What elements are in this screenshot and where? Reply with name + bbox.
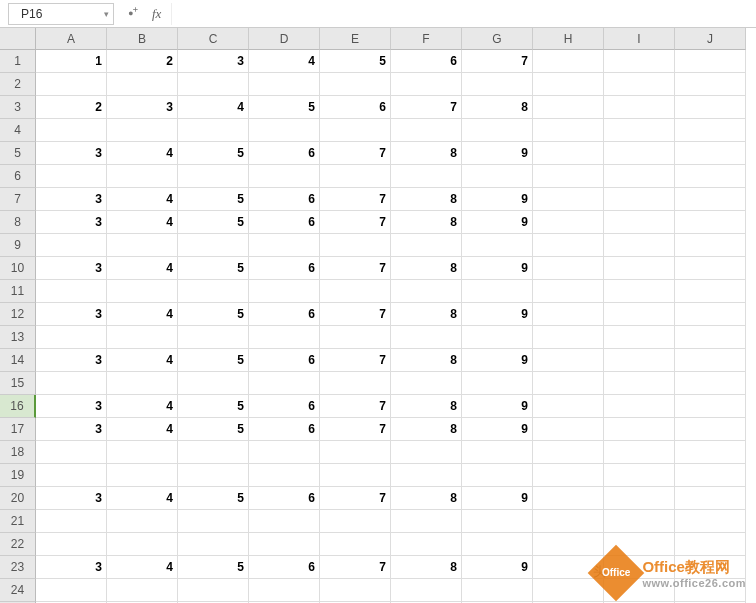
cell[interactable] bbox=[462, 234, 533, 257]
cell[interactable] bbox=[36, 165, 107, 188]
cell[interactable] bbox=[675, 372, 746, 395]
cell[interactable] bbox=[462, 579, 533, 602]
cell[interactable]: 6 bbox=[249, 349, 320, 372]
cell[interactable] bbox=[533, 119, 604, 142]
cell[interactable] bbox=[36, 234, 107, 257]
cell[interactable] bbox=[249, 464, 320, 487]
cell[interactable] bbox=[178, 280, 249, 303]
cell[interactable] bbox=[107, 119, 178, 142]
cell[interactable] bbox=[533, 303, 604, 326]
cell[interactable]: 9 bbox=[462, 142, 533, 165]
row-header[interactable]: 2 bbox=[0, 73, 36, 96]
zoom-icon[interactable]: ⦁⁺ bbox=[124, 5, 142, 22]
cell[interactable]: 7 bbox=[320, 257, 391, 280]
cell[interactable] bbox=[675, 257, 746, 280]
cell[interactable]: 7 bbox=[320, 303, 391, 326]
cell[interactable] bbox=[178, 464, 249, 487]
cell[interactable] bbox=[533, 188, 604, 211]
column-header[interactable]: A bbox=[36, 28, 107, 50]
cell[interactable]: 3 bbox=[36, 211, 107, 234]
cell[interactable] bbox=[675, 142, 746, 165]
cell[interactable] bbox=[675, 211, 746, 234]
cell[interactable] bbox=[675, 418, 746, 441]
cell[interactable] bbox=[391, 579, 462, 602]
cell[interactable]: 7 bbox=[320, 395, 391, 418]
cell[interactable]: 5 bbox=[178, 487, 249, 510]
cell[interactable] bbox=[675, 464, 746, 487]
cell[interactable] bbox=[320, 234, 391, 257]
cell[interactable] bbox=[320, 441, 391, 464]
row-header[interactable]: 12 bbox=[0, 303, 36, 326]
cell[interactable]: 5 bbox=[249, 96, 320, 119]
cell[interactable] bbox=[604, 487, 675, 510]
row-header[interactable]: 22 bbox=[0, 533, 36, 556]
cell[interactable]: 6 bbox=[249, 188, 320, 211]
cell[interactable] bbox=[675, 441, 746, 464]
cell[interactable]: 3 bbox=[178, 50, 249, 73]
cell[interactable] bbox=[391, 441, 462, 464]
cell[interactable] bbox=[391, 280, 462, 303]
cell[interactable] bbox=[320, 510, 391, 533]
cell[interactable]: 6 bbox=[320, 96, 391, 119]
cell[interactable] bbox=[533, 280, 604, 303]
cell[interactable] bbox=[249, 280, 320, 303]
cell[interactable] bbox=[604, 510, 675, 533]
row-header[interactable]: 4 bbox=[0, 119, 36, 142]
cell[interactable] bbox=[249, 579, 320, 602]
cell[interactable] bbox=[320, 280, 391, 303]
cell[interactable] bbox=[320, 372, 391, 395]
cell[interactable] bbox=[391, 73, 462, 96]
column-header[interactable]: F bbox=[391, 28, 462, 50]
cell[interactable] bbox=[604, 372, 675, 395]
cell[interactable] bbox=[675, 395, 746, 418]
cells-area[interactable]: 1234567234567834567893456789345678934567… bbox=[36, 50, 746, 603]
column-header[interactable]: I bbox=[604, 28, 675, 50]
cell[interactable]: 6 bbox=[249, 395, 320, 418]
cell[interactable] bbox=[533, 533, 604, 556]
cell[interactable] bbox=[391, 234, 462, 257]
cell[interactable] bbox=[533, 257, 604, 280]
cell[interactable] bbox=[178, 119, 249, 142]
cell[interactable] bbox=[533, 487, 604, 510]
cell[interactable]: 7 bbox=[391, 96, 462, 119]
cell[interactable] bbox=[178, 326, 249, 349]
cell[interactable] bbox=[462, 280, 533, 303]
cell[interactable]: 8 bbox=[391, 211, 462, 234]
cell[interactable]: 3 bbox=[36, 188, 107, 211]
cell[interactable] bbox=[107, 510, 178, 533]
cell[interactable] bbox=[604, 50, 675, 73]
cell[interactable] bbox=[107, 73, 178, 96]
cell[interactable] bbox=[249, 73, 320, 96]
cell[interactable]: 6 bbox=[249, 142, 320, 165]
cell[interactable]: 1 bbox=[36, 50, 107, 73]
cell[interactable] bbox=[675, 487, 746, 510]
column-header[interactable]: B bbox=[107, 28, 178, 50]
cell[interactable]: 7 bbox=[320, 211, 391, 234]
cell[interactable] bbox=[107, 280, 178, 303]
cell[interactable]: 8 bbox=[391, 418, 462, 441]
cell[interactable] bbox=[462, 372, 533, 395]
cell[interactable] bbox=[604, 441, 675, 464]
cell[interactable]: 7 bbox=[462, 50, 533, 73]
cell[interactable] bbox=[36, 280, 107, 303]
cell[interactable] bbox=[107, 464, 178, 487]
cell[interactable]: 6 bbox=[249, 418, 320, 441]
cell[interactable] bbox=[320, 464, 391, 487]
cell[interactable]: 9 bbox=[462, 395, 533, 418]
cell[interactable] bbox=[675, 50, 746, 73]
cell[interactable] bbox=[604, 303, 675, 326]
fx-label[interactable]: fx bbox=[152, 6, 161, 22]
cell[interactable] bbox=[178, 234, 249, 257]
cell[interactable]: 4 bbox=[107, 418, 178, 441]
cell[interactable]: 3 bbox=[36, 303, 107, 326]
cell[interactable] bbox=[533, 96, 604, 119]
cell[interactable] bbox=[604, 188, 675, 211]
cell[interactable]: 6 bbox=[249, 556, 320, 579]
cell[interactable]: 6 bbox=[391, 50, 462, 73]
row-header[interactable]: 15 bbox=[0, 372, 36, 395]
cell[interactable] bbox=[604, 234, 675, 257]
cell[interactable]: 3 bbox=[36, 349, 107, 372]
cell[interactable]: 3 bbox=[107, 96, 178, 119]
cell[interactable]: 2 bbox=[36, 96, 107, 119]
cell[interactable] bbox=[462, 165, 533, 188]
